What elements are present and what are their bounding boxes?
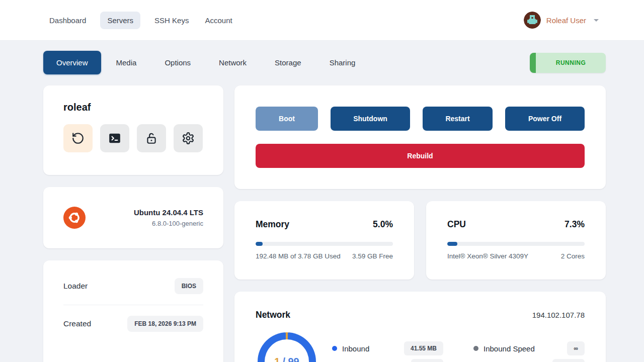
console-icon-button[interactable] bbox=[100, 124, 129, 152]
lock-open-icon bbox=[145, 132, 158, 145]
legend-badge-clipped bbox=[411, 359, 443, 362]
legend-item-partial bbox=[473, 359, 585, 362]
status-label: RUNNING bbox=[536, 53, 606, 73]
inbound-dot-icon bbox=[332, 346, 337, 351]
detail-label: Loader bbox=[63, 282, 88, 291]
legend-label: Inbound bbox=[342, 344, 369, 353]
restart-icon-button[interactable] bbox=[63, 124, 93, 152]
donut-total-value: / 99 bbox=[282, 356, 299, 362]
network-title: Network bbox=[256, 310, 290, 320]
nav-ssh-keys[interactable]: SSH Keys bbox=[152, 12, 191, 29]
loader-value-badge: BIOS bbox=[175, 278, 203, 294]
memory-free-label: 3.59 GB Free bbox=[352, 252, 393, 260]
network-card: Network 194.102.107.78 1 / 99 bbox=[234, 292, 606, 362]
tab-storage[interactable]: Storage bbox=[262, 51, 314, 74]
status-badge: RUNNING bbox=[530, 53, 606, 73]
os-name: Ubuntu 24.04.4 LTS bbox=[94, 208, 203, 217]
inbound-speed-dot-icon bbox=[473, 346, 478, 351]
memory-progressbar bbox=[256, 242, 393, 246]
restart-button[interactable]: Restart bbox=[423, 107, 493, 131]
network-legend: Inbound 41.55 MB Inbound Speed ∞ bbox=[332, 332, 585, 362]
tab-overview[interactable]: Overview bbox=[43, 51, 101, 74]
server-summary-card: roleaf bbox=[43, 85, 223, 175]
donut-used-value: 1 bbox=[274, 356, 280, 362]
memory-used-label: 192.48 MB of 3.78 GB Used bbox=[256, 252, 341, 260]
memory-card: Memory 5.0% 192.48 MB of 3.78 GB Used 3.… bbox=[234, 201, 414, 280]
nav-account[interactable]: Account bbox=[203, 12, 234, 29]
server-ip: 194.102.107.78 bbox=[532, 311, 585, 319]
inbound-value-badge: 41.55 MB bbox=[404, 341, 443, 355]
power-off-button[interactable]: Power Off bbox=[505, 107, 585, 131]
os-kernel: 6.8.0-100-generic bbox=[94, 220, 203, 227]
power-actions-card: Boot Shutdown Restart Power Off Rebuild bbox=[234, 85, 606, 189]
settings-icon bbox=[182, 132, 195, 145]
os-info-card: Ubuntu 24.04.4 LTS 6.8.0-100-generic bbox=[43, 187, 223, 248]
detail-row-created: Created FEB 18, 2026 9:13 PM bbox=[63, 305, 203, 342]
tab-options[interactable]: Options bbox=[151, 51, 204, 74]
legend-badge-clipped bbox=[552, 359, 585, 362]
nav-dashboard[interactable]: Dashboard bbox=[47, 12, 88, 29]
lock-icon-button[interactable] bbox=[137, 124, 166, 152]
legend-item-inbound: Inbound 41.55 MB bbox=[332, 341, 443, 355]
cpu-percent: 7.3% bbox=[565, 219, 585, 230]
cpu-cores-label: 2 Cores bbox=[561, 252, 585, 260]
memory-title: Memory bbox=[256, 219, 289, 230]
cpu-progressbar bbox=[447, 242, 585, 246]
created-value-badge: FEB 18, 2026 9:13 PM bbox=[127, 316, 203, 332]
rotate-ccw-icon bbox=[71, 132, 85, 145]
memory-progress-fill bbox=[256, 242, 263, 246]
tab-network[interactable]: Network bbox=[206, 51, 260, 74]
cpu-progress-fill bbox=[447, 242, 457, 246]
user-avatar-icon bbox=[524, 12, 541, 29]
rebuild-button[interactable]: Rebuild bbox=[256, 144, 585, 168]
inbound-speed-value-badge: ∞ bbox=[567, 341, 585, 355]
status-stripe bbox=[530, 53, 536, 73]
detail-row-loader: Loader BIOS bbox=[63, 267, 203, 305]
detail-label: Created bbox=[63, 319, 91, 328]
ubuntu-logo-icon bbox=[63, 207, 86, 229]
shutdown-button[interactable]: Shutdown bbox=[331, 107, 410, 131]
main-column: Boot Shutdown Restart Power Off Rebuild … bbox=[234, 85, 606, 362]
legend-item-partial bbox=[332, 359, 443, 362]
server-tabbar: Overview Media Options Network Storage S… bbox=[43, 51, 606, 74]
tab-sharing[interactable]: Sharing bbox=[316, 51, 369, 74]
cpu-model-label: Intel® Xeon® Silver 4309Y bbox=[447, 252, 528, 260]
page-content: Overview Media Options Network Storage S… bbox=[0, 41, 644, 362]
legend-item-inbound-speed: Inbound Speed ∞ bbox=[473, 341, 585, 355]
cpu-card: CPU 7.3% Intel® Xeon® Silver 4309Y 2 Cor… bbox=[426, 201, 606, 280]
server-name: roleaf bbox=[63, 102, 203, 113]
settings-icon-button[interactable] bbox=[174, 124, 203, 152]
user-name: Roleaf User bbox=[546, 16, 586, 25]
nav-servers[interactable]: Servers bbox=[100, 12, 140, 29]
sidebar-column: roleaf bbox=[43, 85, 223, 362]
cpu-title: CPU bbox=[447, 219, 466, 230]
tab-media[interactable]: Media bbox=[103, 51, 150, 74]
terminal-icon bbox=[108, 132, 121, 145]
boot-button[interactable]: Boot bbox=[256, 107, 318, 131]
top-navbar: Dashboard Servers SSH Keys Account Rolea… bbox=[0, 0, 644, 41]
memory-percent: 5.0% bbox=[373, 219, 393, 230]
user-menu[interactable]: Roleaf User bbox=[524, 12, 599, 29]
legend-label: Inbound Speed bbox=[484, 344, 535, 353]
chevron-down-icon bbox=[594, 19, 599, 22]
server-details-card: Loader BIOS Created FEB 18, 2026 9:13 PM bbox=[43, 260, 223, 362]
main-nav: Dashboard Servers SSH Keys Account bbox=[47, 12, 234, 29]
network-donut-chart: 1 / 99 bbox=[258, 332, 316, 362]
